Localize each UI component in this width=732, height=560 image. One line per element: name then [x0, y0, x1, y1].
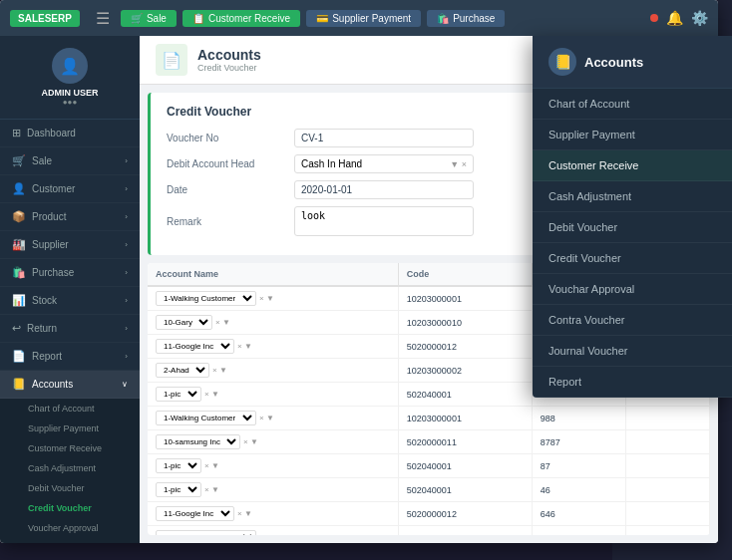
- accounts-menu-vouchar-approval[interactable]: Vouchar Approval: [533, 274, 732, 305]
- accounts-submenu: Chart of Account Supplier Payment Custom…: [0, 399, 140, 543]
- sidebar-item-report[interactable]: 📄 Report ›: [0, 343, 140, 371]
- sidebar-item-stock[interactable]: 📊 Stock ›: [0, 287, 140, 315]
- accounts-menu-contra-voucher[interactable]: Contra Voucher: [533, 305, 732, 336]
- page-title-group: Accounts Credit Voucher: [197, 47, 261, 73]
- sidebar-sub-contra-voucher[interactable]: Contra Voucher: [0, 538, 140, 543]
- accounts-menu-supplier-payment[interactable]: Supplier Payment: [533, 120, 732, 150]
- date-label: Date: [167, 184, 286, 195]
- dashboard-icon: ⊞: [12, 127, 21, 140]
- user-name: ADMIN USER: [41, 88, 98, 98]
- chevron-right-icon: ›: [125, 156, 128, 165]
- sidebar-item-dashboard[interactable]: ⊞ Dashboard: [0, 120, 140, 147]
- debit-account-label: Debit Account Head: [167, 158, 286, 169]
- accounts-menu-cash-adjustment[interactable]: Cash Adjustment: [533, 181, 732, 212]
- debit-account-select[interactable]: Cash In Hand ▼ ×: [294, 154, 474, 173]
- account-select-3[interactable]: 2-Ahad: [156, 363, 209, 378]
- accounts-menu-chart-of-account[interactable]: Chart of Account: [533, 89, 732, 120]
- voucher-no-label: Voucher No: [167, 133, 286, 143]
- chevron-down-icon: ∨: [122, 380, 128, 389]
- report-icon: 📄: [12, 350, 26, 363]
- return-icon: ↩: [12, 322, 21, 335]
- account-select-0[interactable]: 1-Walking Customer: [156, 291, 256, 306]
- accounts-panel-title: Accounts: [584, 55, 643, 70]
- select-arrow-icon: ▼ ×: [450, 159, 467, 169]
- remark-textarea[interactable]: look: [294, 206, 474, 236]
- sidebar-item-customer[interactable]: 👤 Customer ›: [0, 175, 140, 203]
- logo: SALESERP: [10, 10, 80, 27]
- col-account-name: Account Name: [148, 263, 398, 286]
- sidebar: 👤 ADMIN USER ●●● ⊞ Dashboard 🛒 Sale › 👤 …: [0, 36, 140, 543]
- user-role: ●●●: [63, 98, 78, 107]
- supplier-payment-nav-button[interactable]: 💳 Supplier Payment: [306, 10, 421, 27]
- purchase-icon: 🛍️: [437, 13, 449, 24]
- sidebar-item-return[interactable]: ↩ Return ›: [0, 315, 140, 343]
- chevron-right-icon: ›: [125, 240, 128, 249]
- sidebar-item-product[interactable]: 📦 Product ›: [0, 203, 140, 231]
- col-code: Code: [398, 263, 532, 286]
- purchase-nav-button[interactable]: 🛍️ Purchase: [427, 10, 505, 27]
- accounts-menu-debit-voucher[interactable]: Debit Voucher: [533, 212, 732, 243]
- sidebar-sub-credit-voucher[interactable]: Credit Voucher: [0, 498, 140, 518]
- account-select-10[interactable]: 7-Second Demo sup: [156, 530, 256, 535]
- sidebar-item-supplier[interactable]: 🏭 Supplier ›: [0, 231, 140, 259]
- table-row: 10-samsung Inc × ▼ 5020000011 8787: [148, 430, 710, 454]
- accounts-panel-header: 📒 Accounts: [533, 36, 732, 89]
- account-select-5[interactable]: 1-Walking Customer: [156, 411, 256, 425]
- account-select-2[interactable]: 11-Google Inc: [156, 339, 234, 354]
- account-select-1[interactable]: 10-Gary: [156, 315, 212, 330]
- accounts-dropdown-panel: 📒 Accounts Chart of Account Supplier Pay…: [533, 36, 732, 398]
- table-row: 7-Second Demo sup × ▼ 5020000008 79979: [148, 526, 710, 536]
- customer-receive-icon: 📋: [192, 13, 204, 24]
- sidebar-user: 👤 ADMIN USER ●●●: [0, 36, 140, 120]
- gear-icon[interactable]: ⚙️: [691, 10, 708, 26]
- supplier-payment-icon: 💳: [316, 13, 328, 24]
- sidebar-sub-voucher-approval[interactable]: Voucher Approval: [0, 518, 140, 538]
- accounts-panel-icon: 📒: [549, 48, 576, 76]
- account-select-6[interactable]: 10-samsung Inc: [156, 434, 240, 449]
- nav-icons: 🔔 ⚙️: [650, 10, 708, 26]
- product-icon: 📦: [12, 210, 26, 223]
- sidebar-sub-chart-of-account[interactable]: Chart of Account: [0, 399, 140, 419]
- supplier-icon: 🏭: [12, 238, 26, 251]
- sale-icon: 🛒: [12, 154, 26, 167]
- account-select-9[interactable]: 11-Google Inc: [156, 506, 234, 521]
- customer-receive-nav-button[interactable]: 📋 Customer Receive: [183, 10, 300, 27]
- chevron-right-icon: ›: [125, 296, 128, 305]
- chevron-right-icon: ›: [125, 324, 128, 333]
- stock-icon: 📊: [12, 294, 26, 307]
- page-title: Accounts: [197, 47, 261, 63]
- chevron-right-icon: ›: [125, 352, 128, 361]
- accounts-menu-report[interactable]: Report: [533, 367, 732, 398]
- chevron-right-icon: ›: [125, 184, 128, 193]
- table-row: 1-pic × ▼ 502040001 87: [148, 454, 710, 478]
- table-row: 1-Walking Customer × ▼ 10203000001 988: [148, 407, 710, 430]
- page-title-area: 📄 Accounts Credit Voucher: [156, 44, 261, 76]
- sidebar-sub-supplier-payment[interactable]: Supplier Payment: [0, 419, 140, 438]
- sidebar-sub-cash-adjustment[interactable]: Cash Adjustment: [0, 458, 140, 478]
- accounts-menu-journal-voucher[interactable]: Journal Voucher: [533, 336, 732, 367]
- account-select-4[interactable]: 1-pic: [156, 387, 201, 402]
- accounts-menu-credit-voucher[interactable]: Credit Voucher: [533, 243, 732, 274]
- chevron-right-icon: ›: [125, 212, 128, 221]
- sidebar-sub-customer-receive[interactable]: Customer Receive: [0, 438, 140, 458]
- customer-icon: 👤: [12, 182, 26, 195]
- accounts-menu-customer-receive[interactable]: Customer Receive: [533, 150, 732, 181]
- page-icon: 📄: [156, 44, 187, 76]
- remark-label: Remark: [167, 216, 286, 227]
- sale-icon: 🛒: [131, 13, 143, 24]
- sidebar-sub-debit-voucher[interactable]: Debit Voucher: [0, 478, 140, 498]
- sidebar-item-accounts[interactable]: 📒 Accounts ∨: [0, 371, 140, 399]
- date-input[interactable]: [294, 180, 474, 199]
- sidebar-item-purchase[interactable]: 🛍️ Purchase ›: [0, 259, 140, 287]
- chevron-right-icon: ›: [125, 268, 128, 277]
- page-subtitle: Credit Voucher: [197, 63, 261, 73]
- sidebar-item-sale[interactable]: 🛒 Sale ›: [0, 147, 140, 175]
- bell-icon[interactable]: 🔔: [666, 10, 683, 26]
- sale-nav-button[interactable]: 🛒 Sale: [121, 10, 177, 27]
- hamburger-icon[interactable]: ☰: [96, 9, 110, 28]
- account-select-8[interactable]: 1-pic: [156, 482, 201, 497]
- voucher-no-input[interactable]: [294, 129, 474, 147]
- account-select-7[interactable]: 1-pic: [156, 458, 201, 473]
- accounts-icon: 📒: [12, 378, 26, 391]
- top-nav: SALESERP ☰ 🛒 Sale 📋 Customer Receive 💳 S…: [0, 0, 718, 36]
